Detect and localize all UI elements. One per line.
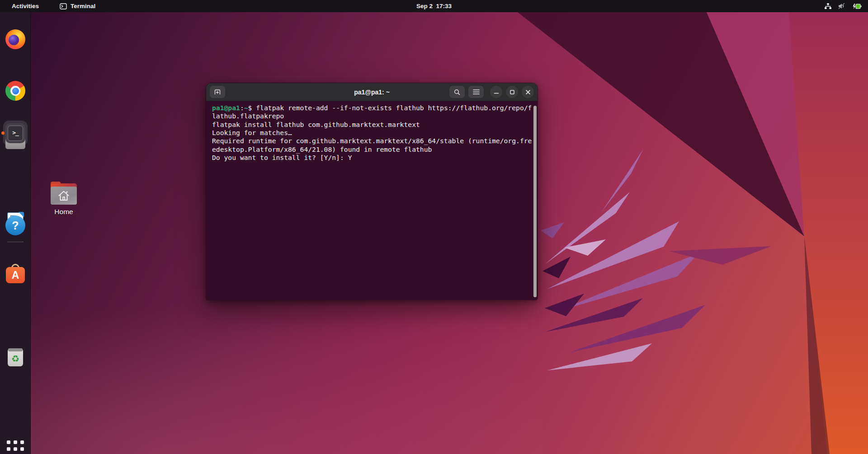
dock-item-terminal[interactable]: >_	[5, 123, 25, 143]
show-applications-icon	[7, 440, 10, 444]
close-button[interactable]	[522, 86, 534, 98]
search-icon	[453, 89, 461, 96]
dock-item-trash[interactable]: ♻	[5, 347, 25, 367]
menu-button[interactable]	[468, 86, 484, 98]
new-tab-button[interactable]	[210, 86, 225, 98]
minimize-button[interactable]	[490, 86, 502, 98]
activities-button[interactable]: Activities	[9, 2, 42, 10]
volume-muted-icon	[838, 3, 846, 9]
terminal-line: edesktop.Platform/x86_64/21.08) found in…	[212, 145, 531, 154]
recycle-icon: ♻	[11, 354, 19, 363]
dock-item-firefox[interactable]	[5, 29, 25, 49]
terminal-scrollbar[interactable]	[533, 106, 537, 297]
search-button[interactable]	[449, 86, 465, 98]
terminal-lines: pa1@pa1:~$ flatpak remote-add --if-not-e…	[212, 104, 531, 162]
maximize-button[interactable]	[506, 86, 518, 98]
terminal-line: Looking for matches…	[212, 129, 531, 137]
terminal-icon: >_	[8, 126, 23, 141]
terminal-running-indicator-icon	[1, 131, 5, 135]
terminal-line: lathub.flatpakrepo	[212, 112, 531, 120]
new-tab-icon	[214, 89, 221, 96]
terminal-line: pa1@pa1:~$ flatpak remote-add --if-not-e…	[212, 104, 531, 112]
ubuntu-software-icon: A	[6, 267, 25, 283]
dock-item-ubuntu-software[interactable]: A	[5, 264, 25, 284]
top-bar: Activities Terminal Sep 2 17:33	[0, 0, 868, 12]
close-icon	[525, 89, 531, 95]
focused-app-label: Terminal	[71, 3, 95, 9]
desktop-home-shortcut[interactable]: Home	[49, 183, 79, 216]
home-folder-icon	[51, 183, 77, 205]
hamburger-menu-icon	[473, 89, 480, 95]
terminal-icon	[60, 3, 67, 9]
terminal-output[interactable]: pa1@pa1:~$ flatpak remote-add --if-not-e…	[206, 101, 538, 300]
focused-app-menu[interactable]: Terminal	[57, 2, 98, 10]
minimize-icon	[494, 89, 499, 95]
system-tray-button[interactable]	[822, 0, 863, 12]
terminal-line: Required runtime for com.github.marktext…	[212, 137, 531, 145]
help-icon: ?	[12, 219, 19, 232]
dock-item-help[interactable]: ?	[5, 215, 25, 235]
dock-separator	[7, 242, 24, 242]
home-shortcut-label: Home	[49, 208, 79, 216]
terminal-header-bar[interactable]: pa1@pa1: ~	[206, 83, 538, 101]
terminal-line: flatpak install flathub com.github.markt…	[212, 121, 531, 129]
terminal-window: pa1@pa1: ~	[206, 83, 538, 300]
clock-button[interactable]: Sep 2 17:33	[412, 0, 456, 12]
house-icon	[57, 189, 71, 202]
dock-item-chrome[interactable]	[5, 81, 25, 101]
network-wired-icon	[824, 3, 832, 9]
terminal-line: Do you want to install it? [Y/n]: Y	[212, 154, 531, 162]
dock: >_ A ? ♻	[0, 12, 31, 454]
maximize-icon	[509, 89, 515, 95]
show-applications-button[interactable]	[7, 440, 24, 454]
battery-charging-icon	[852, 3, 862, 9]
window-title: pa1@pa1: ~	[354, 89, 390, 96]
